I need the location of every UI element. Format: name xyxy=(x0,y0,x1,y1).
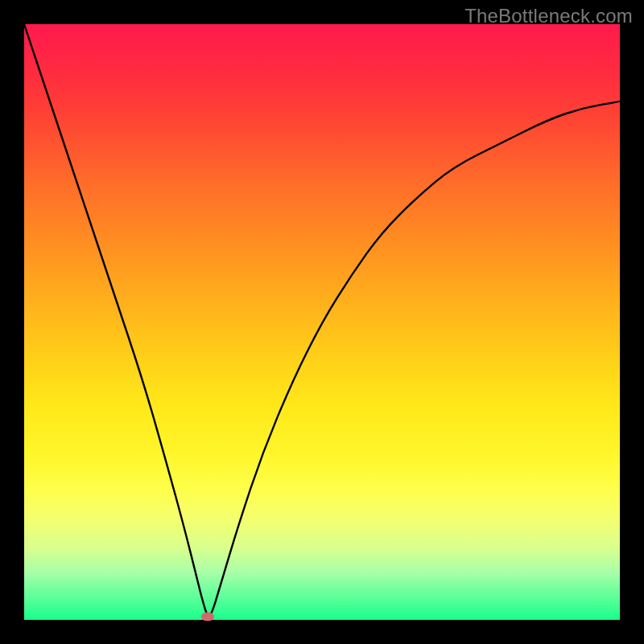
curve-svg xyxy=(24,24,620,620)
plot-area xyxy=(24,24,620,620)
minimum-point-marker xyxy=(201,613,214,621)
bottleneck-curve xyxy=(24,24,620,616)
chart-frame: TheBottleneck.com xyxy=(0,0,644,644)
